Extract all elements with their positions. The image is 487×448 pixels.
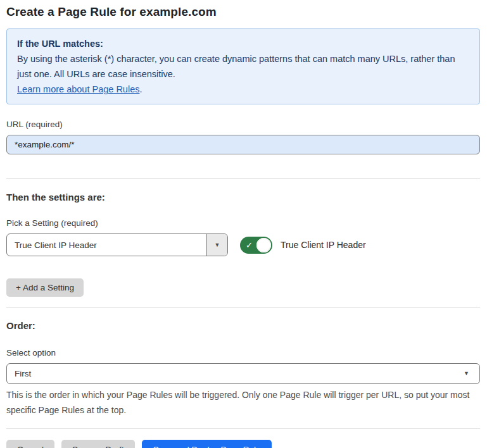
divider bbox=[6, 178, 480, 179]
url-field-label: URL (required) bbox=[6, 120, 480, 130]
setting-select-arrow-button[interactable]: ▼ bbox=[206, 234, 227, 256]
setting-select-value: True Client IP Header bbox=[7, 234, 206, 256]
true-client-ip-toggle[interactable]: ✓ bbox=[240, 237, 272, 254]
divider bbox=[6, 428, 480, 429]
chevron-down-icon: ▼ bbox=[215, 242, 220, 248]
order-help-text: This is the order in which your Page Rul… bbox=[6, 387, 480, 418]
url-input[interactable] bbox=[6, 135, 480, 154]
page-title: Create a Page Rule for example.com bbox=[6, 4, 480, 20]
save-as-draft-button[interactable]: Save as Draft bbox=[61, 440, 135, 448]
learn-more-link[interactable]: Learn more about Page Rules bbox=[17, 84, 139, 94]
order-select[interactable]: First ▼ bbox=[6, 363, 480, 384]
chevron-down-icon: ▼ bbox=[464, 371, 469, 376]
settings-section-heading: Then the settings are: bbox=[6, 192, 480, 203]
check-icon: ✓ bbox=[246, 241, 253, 249]
create-page-rule-form: Create a Page Rule for example.com If th… bbox=[0, 0, 487, 448]
divider bbox=[6, 307, 480, 308]
info-box-heading: If the URL matches: bbox=[17, 37, 469, 51]
save-and-deploy-button[interactable]: Save and Deploy Page Rule bbox=[142, 440, 272, 448]
toggle-label: True Client IP Header bbox=[281, 240, 366, 250]
info-link-line: Learn more about Page Rules. bbox=[17, 82, 469, 97]
setting-select[interactable]: True Client IP Header ▼ bbox=[6, 233, 228, 256]
link-suffix: . bbox=[139, 84, 142, 94]
pick-setting-label: Pick a Setting (required) bbox=[6, 218, 480, 228]
footer-actions: Cancel Save as Draft Save and Deploy Pag… bbox=[6, 440, 480, 448]
info-box-body: By using the asterisk (*) character, you… bbox=[17, 51, 469, 82]
order-select-value: First bbox=[15, 369, 464, 378]
order-section-heading: Order: bbox=[6, 320, 480, 332]
cancel-button[interactable]: Cancel bbox=[6, 440, 54, 448]
url-match-info-box: If the URL matches: By using the asteris… bbox=[6, 28, 480, 104]
setting-row: True Client IP Header ▼ ✓ True Client IP… bbox=[6, 233, 480, 256]
toggle-knob bbox=[256, 238, 271, 252]
add-setting-button[interactable]: + Add a Setting bbox=[6, 278, 84, 297]
order-select-label: Select option bbox=[6, 348, 480, 358]
